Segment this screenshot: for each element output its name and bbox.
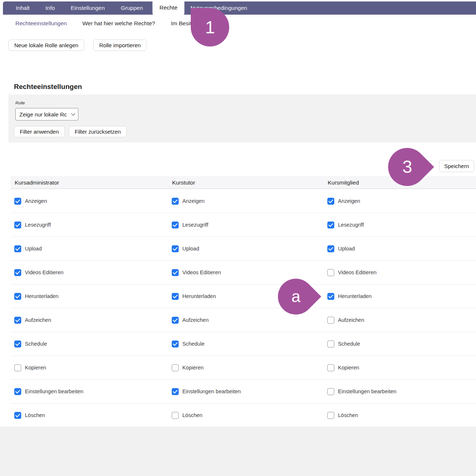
nav-tab-gruppen[interactable]: Gruppen bbox=[121, 1, 143, 15]
permission-label-lesezugriff: Lesezugriff bbox=[25, 222, 51, 228]
annotation-callout-1: 1 bbox=[191, 8, 229, 47]
save-button[interactable]: Speichern bbox=[439, 160, 474, 172]
checkbox-kurstutor-lesezugriff[interactable] bbox=[172, 222, 179, 228]
permission-row-kopieren: KopierenKopierenKopieren bbox=[11, 356, 476, 380]
checkbox-kurstutor-upload[interactable] bbox=[172, 245, 179, 252]
checkbox-kursadministrator-aufzeichen[interactable] bbox=[14, 317, 21, 324]
checkbox-kurstutor-anzeigen[interactable] bbox=[172, 198, 179, 205]
permission-label-kopieren: Kopieren bbox=[25, 365, 46, 371]
column-header-kursadministrator: Kursadministrator bbox=[15, 176, 59, 189]
permission-label-l-schen: Löschen bbox=[182, 412, 202, 418]
role-select[interactable]: Zeige nur lokale Rc bbox=[15, 108, 78, 120]
checkbox-kursmitglied-videos-editieren[interactable] bbox=[327, 269, 334, 276]
permission-cell-kursadministrator-videos-editieren: Videos Editieren bbox=[14, 261, 63, 284]
permission-cell-kursmitglied-aufzeichen: Aufzeichen bbox=[327, 308, 364, 332]
checkbox-kurstutor-einstellungen-bearbeiten[interactable] bbox=[172, 388, 179, 395]
permission-cell-kurstutor-einstellungen-bearbeiten: Einstellungen bearbeiten bbox=[172, 380, 241, 403]
checkbox-kursadministrator-kopieren[interactable] bbox=[14, 364, 21, 371]
checkbox-kurstutor-kopieren[interactable] bbox=[172, 364, 179, 371]
checkbox-kursadministrator-einstellungen-bearbeiten[interactable] bbox=[14, 388, 21, 395]
permission-cell-kurstutor-upload: Upload bbox=[172, 237, 199, 260]
permission-cell-kurstutor-videos-editieren: Videos Editieren bbox=[172, 261, 221, 284]
permission-cell-kursmitglied-einstellungen-bearbeiten: Einstellungen bearbeiten bbox=[327, 380, 397, 403]
subnav-item-rechteeinstellungen[interactable]: Rechteeinstellungen bbox=[15, 18, 67, 29]
permission-cell-kursmitglied-schedule: Schedule bbox=[327, 332, 360, 356]
permission-cell-kurstutor-kopieren: Kopieren bbox=[172, 356, 204, 379]
checkbox-kurstutor-schedule[interactable] bbox=[172, 341, 179, 347]
import-role-button[interactable]: Rolle importieren bbox=[93, 40, 146, 51]
annotation-callout-3-label: 3 bbox=[402, 158, 412, 176]
permission-label-aufzeichen: Aufzeichen bbox=[338, 317, 364, 323]
permission-cell-kurstutor-schedule: Schedule bbox=[172, 332, 204, 356]
checkbox-kursmitglied-aufzeichen[interactable] bbox=[327, 317, 334, 324]
permission-row-aufzeichen: AufzeichenAufzeichenAufzeichen bbox=[11, 308, 476, 332]
nav-tab-rechte[interactable]: Rechte bbox=[153, 0, 184, 15]
reset-filter-button[interactable]: Filter zurücksetzen bbox=[69, 126, 127, 137]
permission-label-einstellungen-bearbeiten: Einstellungen bearbeiten bbox=[25, 388, 83, 394]
checkbox-kursadministrator-herunterladen[interactable] bbox=[14, 293, 21, 300]
permission-cell-kursadministrator-herunterladen: Herunterladen bbox=[14, 285, 59, 308]
permission-label-herunterladen: Herunterladen bbox=[182, 293, 216, 299]
permission-cell-kursadministrator-lesezugriff: Lesezugriff bbox=[14, 213, 51, 237]
column-header-kurstutor: Kurstutor bbox=[172, 176, 195, 189]
permission-label-anzeigen: Anzeigen bbox=[338, 198, 360, 204]
checkbox-kursmitglied-upload[interactable] bbox=[327, 245, 334, 252]
checkbox-kurstutor-videos-editieren[interactable] bbox=[172, 269, 179, 276]
nav-tab-inhalt[interactable]: Inhalt bbox=[16, 1, 30, 15]
filter-panel: Rolle Zeige nur lokale Rc Filter anwende… bbox=[8, 94, 476, 142]
checkbox-kursadministrator-l-schen[interactable] bbox=[14, 412, 21, 419]
annotation-callout-a-label: a bbox=[291, 289, 300, 305]
column-header-kursmitglied: Kursmitglied bbox=[328, 176, 359, 189]
permission-label-herunterladen: Herunterladen bbox=[25, 293, 59, 299]
permission-label-anzeigen: Anzeigen bbox=[25, 198, 47, 204]
checkbox-kursmitglied-herunterladen[interactable] bbox=[327, 293, 334, 300]
permission-row-einstellungen-bearbeiten: Einstellungen bearbeitenEinstellungen be… bbox=[11, 380, 476, 404]
checkbox-kursadministrator-lesezugriff[interactable] bbox=[14, 222, 21, 228]
checkbox-kursadministrator-anzeigen[interactable] bbox=[14, 198, 21, 205]
permission-cell-kursadministrator-aufzeichen: Aufzeichen bbox=[14, 308, 51, 332]
apply-filter-button[interactable]: Filter anwenden bbox=[14, 126, 65, 137]
sub-navigation: RechteeinstellungenWer hat hier welche R… bbox=[0, 18, 476, 29]
permission-cell-kursmitglied-lesezugriff: Lesezugriff bbox=[327, 213, 364, 237]
checkbox-kurstutor-l-schen[interactable] bbox=[172, 412, 179, 419]
nav-tab-einstellungen[interactable]: Einstellungen bbox=[71, 1, 105, 15]
checkbox-kursmitglied-einstellungen-bearbeiten[interactable] bbox=[327, 388, 334, 395]
new-local-role-button[interactable]: Neue lokale Rolle anlegen bbox=[8, 40, 84, 51]
checkbox-kursadministrator-upload[interactable] bbox=[14, 245, 21, 252]
checkbox-kursmitglied-lesezugriff[interactable] bbox=[327, 222, 334, 228]
permission-label-lesezugriff: Lesezugriff bbox=[182, 222, 208, 228]
permission-cell-kursadministrator-schedule: Schedule bbox=[14, 332, 47, 356]
permission-cell-kursmitglied-upload: Upload bbox=[327, 237, 355, 260]
nav-tab-info[interactable]: Info bbox=[45, 1, 55, 15]
permission-cell-kursmitglied-l-schen: Löschen bbox=[327, 404, 358, 427]
permission-label-schedule: Schedule bbox=[338, 341, 360, 347]
checkbox-kursmitglied-anzeigen[interactable] bbox=[327, 198, 334, 205]
permission-label-videos-editieren: Videos Editieren bbox=[182, 269, 221, 275]
checkbox-kursmitglied-schedule[interactable] bbox=[327, 341, 334, 347]
checkbox-kursmitglied-l-schen[interactable] bbox=[327, 412, 334, 419]
checkbox-kurstutor-herunterladen[interactable] bbox=[172, 293, 179, 300]
checkbox-kursadministrator-schedule[interactable] bbox=[14, 341, 21, 347]
role-select-value: Zeige nur lokale Rc bbox=[19, 111, 67, 118]
permission-row-anzeigen: AnzeigenAnzeigenAnzeigen bbox=[11, 189, 476, 213]
permission-label-l-schen: Löschen bbox=[25, 412, 45, 418]
permission-label-schedule: Schedule bbox=[182, 341, 204, 347]
subnav-item-wer-hat-hier-welche-rechte[interactable]: Wer hat hier welche Rechte? bbox=[82, 18, 155, 29]
checkbox-kursmitglied-kopieren[interactable] bbox=[327, 364, 334, 371]
permission-cell-kurstutor-l-schen: Löschen bbox=[172, 404, 202, 427]
permission-row-videos-editieren: Videos EditierenVideos EditierenVideos E… bbox=[11, 261, 476, 285]
permission-cell-kursmitglied-herunterladen: Herunterladen bbox=[327, 285, 372, 308]
permission-cell-kurstutor-lesezugriff: Lesezugriff bbox=[172, 213, 208, 237]
permission-cell-kurstutor-aufzeichen: Aufzeichen bbox=[172, 308, 209, 332]
permission-label-upload: Upload bbox=[25, 246, 42, 252]
checkbox-kurstutor-aufzeichen[interactable] bbox=[172, 317, 179, 324]
permission-label-kopieren: Kopieren bbox=[182, 365, 204, 371]
permission-label-einstellungen-bearbeiten: Einstellungen bearbeiten bbox=[338, 388, 397, 394]
checkbox-kursadministrator-videos-editieren[interactable] bbox=[14, 269, 21, 276]
permission-cell-kursmitglied-kopieren: Kopieren bbox=[327, 356, 359, 379]
annotation-callout-1-label: 1 bbox=[205, 19, 215, 36]
permission-cell-kursadministrator-upload: Upload bbox=[14, 237, 42, 260]
permission-cell-kursmitglied-videos-editieren: Videos Editieren bbox=[327, 261, 376, 284]
permission-cell-kursmitglied-anzeigen: Anzeigen bbox=[327, 189, 360, 213]
permission-cell-kursadministrator-anzeigen: Anzeigen bbox=[14, 189, 47, 213]
